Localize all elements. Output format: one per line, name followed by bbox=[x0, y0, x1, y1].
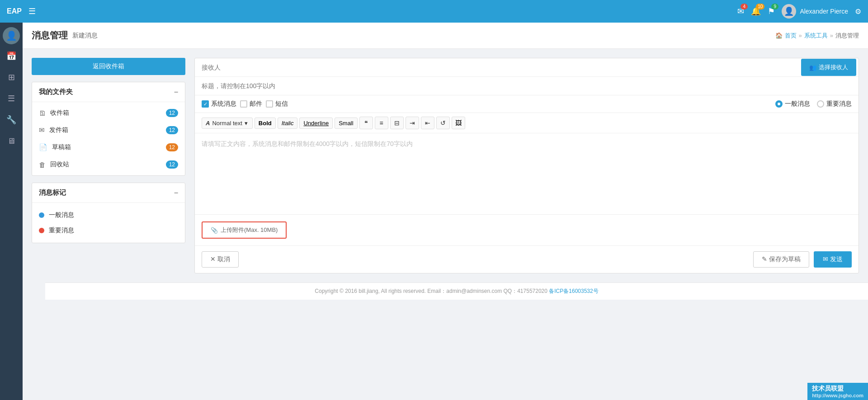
label-normal[interactable]: 一般消息 bbox=[39, 207, 178, 223]
folder-sent-label: 发件箱 bbox=[49, 126, 161, 134]
send-button[interactable]: ✉ 发送 bbox=[814, 251, 852, 268]
compose-subject-row bbox=[195, 77, 859, 95]
channel-mail-checkbox[interactable]: 邮件 bbox=[240, 100, 262, 108]
channel-sms-label: 短信 bbox=[275, 100, 288, 108]
channel-sys-label: 系统消息 bbox=[211, 100, 236, 108]
labels-panel-header: 消息标记 − bbox=[32, 183, 185, 203]
mail-checkbox-icon bbox=[240, 100, 247, 108]
channel-sms-checkbox[interactable]: 短信 bbox=[266, 100, 288, 108]
channel-mail-label: 邮件 bbox=[250, 100, 262, 108]
labels-collapse-icon[interactable]: − bbox=[174, 189, 178, 197]
important-radio-icon bbox=[817, 100, 824, 108]
menu-icon[interactable]: ☰ bbox=[28, 6, 36, 16]
breadcrumb-current: 消息管理 bbox=[835, 32, 859, 40]
sidebar-icon-calendar[interactable]: 📅 bbox=[2, 47, 21, 66]
folders-panel: 我的文件夹 − 🖻 收件箱 12 ✉ 发件箱 12 📄 bbox=[32, 82, 185, 176]
list-ol-button[interactable]: ⊟ bbox=[390, 117, 404, 129]
normal-radio-icon bbox=[775, 100, 783, 108]
compose-recipient-row: 👥 选择接收人 bbox=[195, 58, 859, 77]
text-style-dropdown[interactable]: A Normal text ▾ bbox=[202, 118, 253, 129]
draft-icon: 📄 bbox=[39, 143, 47, 151]
breadcrumb-home[interactable]: 首页 bbox=[785, 32, 797, 40]
folder-trash-label: 回收站 bbox=[50, 160, 161, 169]
italic-button[interactable]: Italic bbox=[278, 118, 298, 129]
trash-icon: 🗑 bbox=[39, 161, 46, 169]
indent-button[interactable]: ⇥ bbox=[406, 117, 419, 129]
sidebar-icon-monitor[interactable]: 🖥 bbox=[2, 132, 21, 151]
image-button[interactable]: 🖼 bbox=[452, 117, 465, 129]
content-layout: 返回收件箱 我的文件夹 − 🖻 收件箱 12 ✉ 发件箱 12 bbox=[23, 49, 868, 282]
compose-panel: 👥 选择接收人 ✓ 系统消息 邮件 bbox=[194, 58, 859, 273]
quote-button[interactable]: ❝ bbox=[359, 117, 373, 129]
priority-group: 一般消息 重要消息 bbox=[775, 100, 852, 108]
page-subtitle: 新建消息 bbox=[72, 32, 98, 40]
select-recipient-button[interactable]: 👥 选择接收人 bbox=[801, 59, 856, 76]
dropdown-arrow: ▾ bbox=[245, 120, 248, 127]
priority-normal-radio[interactable]: 一般消息 bbox=[775, 100, 810, 108]
sent-icon: ✉ bbox=[39, 126, 45, 134]
folders-title: 我的文件夹 bbox=[39, 88, 73, 96]
folder-sent[interactable]: ✉ 发件箱 12 bbox=[32, 122, 185, 139]
attach-button[interactable]: 📎 上传附件(Max. 10MB) bbox=[202, 221, 287, 239]
folder-trash[interactable]: 🗑 回收站 12 bbox=[32, 156, 185, 173]
sidebar-icon-tools[interactable]: 🔧 bbox=[2, 110, 21, 129]
bold-button[interactable]: Bold bbox=[255, 118, 276, 129]
cancel-button[interactable]: ✕ 取消 bbox=[202, 251, 239, 268]
recipient-input[interactable] bbox=[195, 58, 801, 76]
top-navbar: EAP ☰ ✉ 4 🔔 10 ⚑ 9 👤 Alexander Pierce ⚙ bbox=[0, 0, 868, 23]
important-dot bbox=[39, 228, 44, 233]
labels-panel: 消息标记 − 一般消息 重要消息 bbox=[32, 183, 185, 243]
left-panel: 返回收件箱 我的文件夹 − 🖻 收件箱 12 ✉ 发件箱 12 bbox=[32, 58, 185, 273]
priority-normal-label: 一般消息 bbox=[785, 100, 810, 108]
text-style-label: Normal text bbox=[212, 120, 242, 127]
mail-badge: 4 bbox=[741, 4, 748, 9]
watermark-brand: 技术员联盟 bbox=[812, 385, 863, 393]
flag-badge: 9 bbox=[771, 4, 778, 9]
underline-button[interactable]: Underline bbox=[299, 118, 333, 129]
folders-collapse-icon[interactable]: − bbox=[174, 88, 178, 96]
sidebar-icon-avatar[interactable]: 👤 bbox=[3, 27, 20, 44]
paperclip-icon: 📎 bbox=[211, 227, 218, 234]
normal-dot bbox=[39, 212, 44, 218]
priority-important-radio[interactable]: 重要消息 bbox=[817, 100, 852, 108]
small-button[interactable]: Small bbox=[335, 118, 358, 129]
sidebar-icon-list[interactable]: ☰ bbox=[2, 89, 21, 108]
compose-actions: ✕ 取消 ✎ 保存为草稿 ✉ 发送 bbox=[195, 246, 859, 273]
settings-icon[interactable]: ⚙ bbox=[855, 7, 861, 16]
sidebar-icon-grid[interactable]: ⊞ bbox=[2, 68, 21, 87]
page-footer: Copyright © 2016 bill.jiang, All rights … bbox=[45, 282, 868, 300]
footer-text: Copyright © 2016 bill.jiang, All rights … bbox=[315, 288, 547, 294]
folders-panel-header: 我的文件夹 − bbox=[32, 82, 185, 102]
outdent-button[interactable]: ⇤ bbox=[421, 117, 434, 129]
folder-inbox[interactable]: 🖻 收件箱 12 bbox=[32, 104, 185, 122]
list-ul-button[interactable]: ≡ bbox=[375, 117, 388, 129]
watermark-url: http://www.jsgho.com bbox=[812, 393, 863, 398]
folder-list: 🖻 收件箱 12 ✉ 发件箱 12 📄 草稿箱 12 bbox=[32, 102, 185, 175]
subject-input[interactable] bbox=[195, 77, 859, 95]
bell-nav-icon[interactable]: 🔔 10 bbox=[751, 6, 761, 16]
folder-inbox-badge: 12 bbox=[166, 109, 178, 117]
avatar: 👤 bbox=[782, 4, 796, 19]
mail-nav-icon[interactable]: ✉ 4 bbox=[737, 6, 744, 16]
back-to-inbox-button[interactable]: 返回收件箱 bbox=[32, 58, 185, 75]
folder-draft-label: 草稿箱 bbox=[52, 143, 161, 151]
folder-inbox-label: 收件箱 bbox=[50, 109, 161, 117]
undo-button[interactable]: ↺ bbox=[436, 117, 450, 129]
label-important[interactable]: 重要消息 bbox=[39, 223, 178, 238]
user-name: Alexander Pierce bbox=[800, 8, 848, 15]
breadcrumb-tools[interactable]: 系统工具 bbox=[804, 32, 828, 40]
attach-area: 📎 上传附件(Max. 10MB) bbox=[195, 215, 859, 246]
user-menu[interactable]: 👤 Alexander Pierce bbox=[782, 4, 848, 19]
font-icon: A bbox=[206, 120, 210, 127]
bell-badge: 10 bbox=[756, 4, 764, 9]
group-icon: 👥 bbox=[809, 64, 816, 71]
breadcrumb-home-icon: 🏠 bbox=[775, 32, 783, 39]
channel-sys-checkbox[interactable]: ✓ 系统消息 bbox=[202, 100, 236, 108]
folder-draft[interactable]: 📄 草稿箱 12 bbox=[32, 139, 185, 156]
save-draft-button[interactable]: ✎ 保存为草稿 bbox=[753, 251, 809, 268]
footer-link[interactable]: 备ICP备16003532号 bbox=[549, 288, 598, 294]
message-editor[interactable]: 请填写正文内容，系统消息和邮件限制在4000字以内，短信限制在70字以内 bbox=[195, 133, 859, 215]
channel-group: ✓ 系统消息 邮件 短信 bbox=[202, 100, 288, 108]
watermark: 技术员联盟 http://www.jsgho.com bbox=[807, 383, 868, 400]
flag-nav-icon[interactable]: ⚑ 9 bbox=[768, 6, 775, 16]
